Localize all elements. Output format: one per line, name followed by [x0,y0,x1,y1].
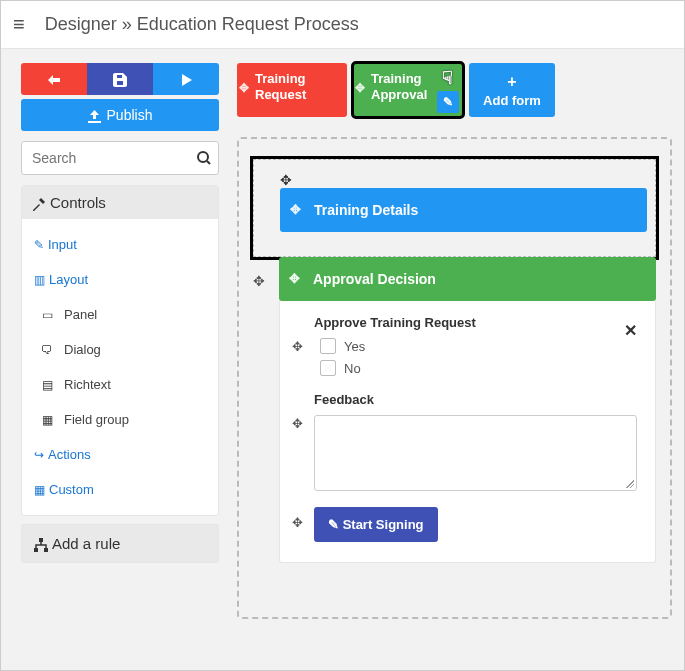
svg-rect-2 [39,538,43,542]
section-training-details[interactable]: ✥ ✥ Training Details [253,159,656,257]
controls-layout-group[interactable]: ▥Layout [22,262,218,297]
option-no[interactable]: No [320,360,637,376]
svg-rect-3 [34,548,38,552]
checkbox-icon[interactable] [320,360,336,376]
move-icon: ✥ [239,81,249,96]
feedback-textarea[interactable] [314,415,637,491]
field-label: Feedback [314,392,637,407]
start-signing-button[interactable]: ✎ Start Signing [314,507,438,542]
section-title: Approval Decision [313,271,436,287]
move-icon: ✥ [355,81,365,96]
save-icon [113,73,127,87]
move-icon[interactable]: ✥ [292,416,303,431]
publish-label: Publish [107,107,153,123]
layout-item-fieldgroup[interactable]: ▦Field group [22,402,218,437]
plus-icon: + [507,73,516,91]
remove-field-button[interactable]: ✕ [624,321,637,340]
svg-point-0 [198,152,208,162]
checkbox-icon[interactable] [320,338,336,354]
publish-button[interactable]: Publish [21,99,219,131]
layout-icon: ▥ [34,273,45,287]
form-canvas: ✥ ✥ Training Details ✥ ✥ Approval Decisi… [237,137,672,619]
controls-actions-group[interactable]: ↪Actions [22,437,218,472]
actions-icon: ↪ [34,448,44,462]
controls-custom-group[interactable]: ▦Custom [22,472,218,507]
tab-training-approval[interactable]: ✥ Training Approval ✎ ☟ [353,63,463,117]
field-approve-request: Approve Training Request ✕ ✥ Yes No [298,315,637,376]
section-approval-decision[interactable]: ✥ ✥ Approval Decision Approve Training R… [253,257,656,563]
save-button[interactable] [87,63,153,95]
move-icon[interactable]: ✥ [292,339,303,354]
tab-training-request[interactable]: ✥ Training Request [237,63,347,117]
edit-tab-button[interactable]: ✎ [437,91,459,113]
back-icon [47,74,61,86]
back-button[interactable] [21,63,87,95]
signature-icon: ✎ [328,517,343,532]
fieldgroup-icon: ▦ [40,413,54,427]
play-icon [180,74,192,86]
option-yes[interactable]: Yes [320,338,637,354]
controls-panel-header[interactable]: Controls [22,186,218,219]
search-icon[interactable] [197,148,211,165]
svg-rect-4 [44,548,48,552]
layout-item-panel[interactable]: ▭Panel [22,297,218,332]
field-start-signing: ✥ ✎ Start Signing [298,507,637,542]
custom-icon: ▦ [34,483,45,497]
dialog-icon: 🗨 [40,343,54,357]
move-icon[interactable]: ✥ [253,273,265,289]
controls-input-group[interactable]: ✎Input [22,227,218,262]
svg-line-1 [207,161,210,164]
sitemap-icon [34,538,48,552]
layout-item-dialog[interactable]: 🗨Dialog [22,332,218,367]
move-icon[interactable]: ✥ [289,271,300,286]
edit-icon: ✎ [34,238,44,252]
move-icon[interactable]: ✥ [290,202,301,217]
add-form-button[interactable]: + Add form [469,63,555,117]
search-input[interactable] [21,141,219,175]
section-title: Training Details [314,202,418,218]
layout-item-richtext[interactable]: ▤Richtext [22,367,218,402]
field-feedback: Feedback ✥ [298,392,637,491]
move-icon[interactable]: ✥ [292,515,303,530]
breadcrumb: Designer » Education Request Process [45,14,359,35]
preview-button[interactable] [153,63,219,95]
cursor-hand-icon: ☟ [442,67,453,90]
upload-icon [88,110,101,123]
add-rule-button[interactable]: Add a rule [21,524,219,563]
richtext-icon: ▤ [40,378,54,392]
panel-icon: ▭ [40,308,54,322]
gavel-icon [32,197,46,211]
field-label: Approve Training Request [314,315,637,330]
menu-icon[interactable]: ≡ [13,13,25,36]
move-icon[interactable]: ✥ [280,172,292,188]
